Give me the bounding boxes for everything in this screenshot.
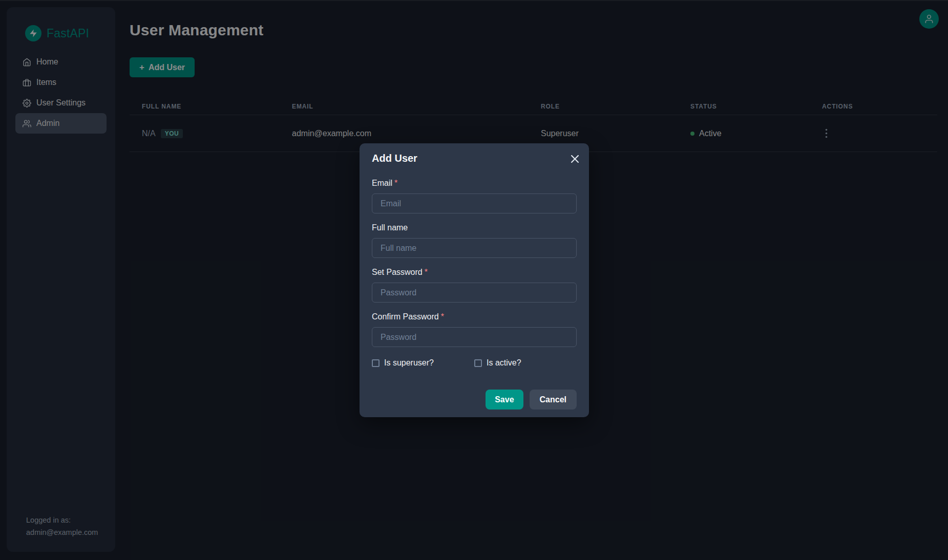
set-password-input[interactable] <box>372 283 577 303</box>
full-name-input[interactable] <box>372 238 577 258</box>
full-name-field-group: Full name <box>372 222 577 258</box>
full-name-label: Full name <box>372 222 577 233</box>
modal-close-button[interactable] <box>566 150 583 167</box>
required-asterisk: * <box>425 268 428 276</box>
email-input[interactable] <box>372 193 577 213</box>
required-asterisk: * <box>441 312 444 321</box>
cancel-button[interactable]: Cancel <box>530 390 577 410</box>
confirm-password-field-group: Confirm Password* <box>372 311 577 347</box>
save-button[interactable]: Save <box>486 390 523 410</box>
is-active-label: Is active? <box>487 358 521 368</box>
email-label: Email* <box>372 178 577 189</box>
is-superuser-checkbox[interactable]: Is superuser? <box>372 358 474 368</box>
is-superuser-label: Is superuser? <box>384 358 434 368</box>
close-icon <box>571 155 579 163</box>
email-field-group: Email* <box>372 178 577 213</box>
confirm-password-label: Confirm Password* <box>372 311 577 322</box>
checkbox-icon <box>474 359 482 367</box>
is-active-checkbox[interactable]: Is active? <box>474 358 521 368</box>
add-user-modal: Add User Email* Full name Set Password* … <box>360 143 589 417</box>
checkbox-row: Is superuser? Is active? <box>372 358 577 368</box>
modal-footer: Save Cancel <box>372 390 577 410</box>
set-password-label: Set Password* <box>372 267 577 278</box>
checkbox-icon <box>372 359 380 367</box>
set-password-field-group: Set Password* <box>372 267 577 303</box>
confirm-password-input[interactable] <box>372 327 577 347</box>
modal-title: Add User <box>372 152 577 164</box>
required-asterisk: * <box>394 179 397 187</box>
